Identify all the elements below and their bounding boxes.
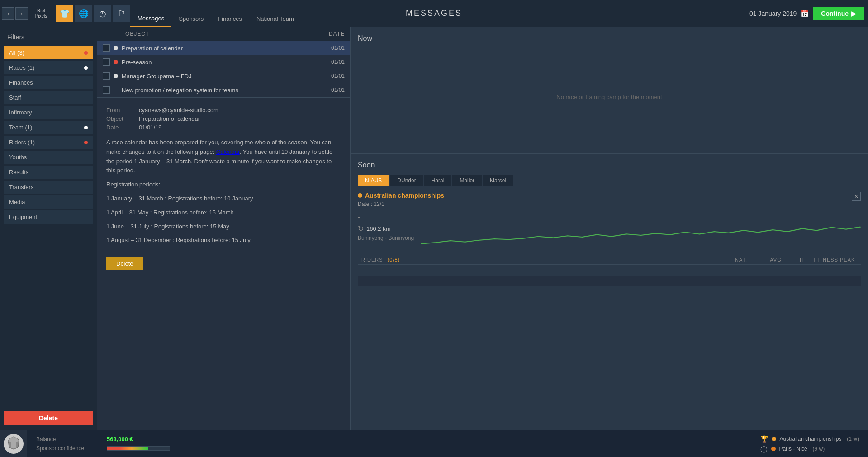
messages-header: OBJECT DATE <box>97 27 350 41</box>
race-route: Buninyong - Buninyong <box>358 235 414 241</box>
filter-results[interactable]: Results <box>4 166 93 179</box>
filter-infirmary[interactable]: Infirmary <box>4 106 93 119</box>
msg-checkbox[interactable] <box>103 72 110 80</box>
message-row[interactable]: Pre-season 01/01 <box>97 55 350 69</box>
no-race-message: No race or training camp for the moment <box>358 48 861 146</box>
from-value: cyanews@cyanide-studio.com <box>139 107 218 114</box>
filter-transfers[interactable]: Transfers <box>4 181 93 194</box>
race-tab-haral[interactable]: Haral <box>424 175 452 186</box>
tab-messages[interactable]: Messages <box>130 10 171 27</box>
detail-from-row: From cyanews@cyanide-studio.com <box>106 107 341 114</box>
message-detail: From cyanews@cyanide-studio.com Object P… <box>97 98 350 430</box>
continue-button[interactable]: Continue ▶ <box>813 7 864 20</box>
rider-row-empty-3 <box>358 286 861 297</box>
icon-buttons: 👕 🌐 ◷ ⚐ <box>56 5 130 22</box>
sidebar: Filters All (3) Races (1) Finances Staff… <box>0 27 97 430</box>
page-title: MESSAGES <box>406 9 462 18</box>
message-row[interactable]: Manager Groupama – FDJ 01/01 <box>97 69 350 83</box>
confidence-fill <box>107 447 148 450</box>
calendar-link[interactable]: Calendar <box>216 148 240 155</box>
filter-finances[interactable]: Finances <box>4 76 93 89</box>
riders-table: RIDERS (0/8) NAT. AVG FIT FITNESS PEAK <box>358 255 861 297</box>
filter-races[interactable]: Races (1) <box>4 61 93 74</box>
riders-col-fit: FIT <box>789 257 812 262</box>
race-tab-dunder[interactable]: DUnder <box>390 175 423 186</box>
globe-icon[interactable]: 🌐 <box>75 5 92 22</box>
riders-col-avg: AVG <box>762 257 789 262</box>
calendar-icon[interactable]: 📅 <box>800 9 809 18</box>
msg-date: 01/01 <box>318 87 345 93</box>
riders-col-fp: FITNESS PEAK <box>812 257 857 262</box>
confidence-row: Sponsor confidence <box>36 445 170 452</box>
team-logo <box>0 430 27 457</box>
filter-all-dot <box>84 51 88 55</box>
riders-table-header: RIDERS (0/8) NAT. AVG FIT FITNESS PEAK <box>358 255 861 265</box>
tab-sponsors[interactable]: Sponsors <box>171 10 211 27</box>
filter-team[interactable]: Team (1) <box>4 121 93 134</box>
race-tab-marsei[interactable]: Marsei <box>483 175 513 186</box>
filter-riders[interactable]: Riders (1) <box>4 136 93 149</box>
rider-row-empty-1 <box>358 265 861 276</box>
detail-delete-button[interactable]: Delete <box>106 257 143 270</box>
msg-subject: Preparation of calendar <box>122 45 318 52</box>
object-value: Preparation of calendar <box>139 115 200 122</box>
race-item-dot-1 <box>772 437 776 441</box>
sidebar-delete-button[interactable]: Delete <box>4 411 93 425</box>
race-tab-mallor[interactable]: Mallor <box>452 175 482 186</box>
filter-riders-dot <box>84 141 88 144</box>
msg-subject: New promotion / relegation system for te… <box>122 87 318 94</box>
filter-races-dot <box>84 66 88 70</box>
trophy-icon: 🏆 <box>760 435 768 443</box>
nav-back[interactable]: ‹ <box>2 7 14 20</box>
top-right-controls: 01 January 2019 📅 Continue ▶ <box>749 7 868 20</box>
nav-arrows: ‹ › <box>2 7 28 20</box>
team-logo-inner <box>4 434 24 454</box>
msg-checkbox[interactable] <box>103 86 110 94</box>
filter-team-dot <box>84 126 88 129</box>
logo: RiotPixels <box>30 2 52 25</box>
message-row[interactable]: Preparation of calendar 01/01 <box>97 41 350 55</box>
top-nav-tabs: Messages Sponsors Finances National Team <box>130 0 301 27</box>
filter-all[interactable]: All (3) <box>4 46 93 59</box>
date-display: 01 January 2019 <box>749 10 797 17</box>
right-panel: Now No race or training camp for the mom… <box>351 27 868 430</box>
clock-icon[interactable]: ◷ <box>94 5 111 22</box>
race-close-button[interactable]: × <box>852 192 861 201</box>
race-left-info: Australian championships Date : 12/1 <box>358 192 444 211</box>
map-icon[interactable]: ⚐ <box>113 5 130 22</box>
balance-label: Balance <box>36 436 100 443</box>
message-row[interactable]: New promotion / relegation system for te… <box>97 83 350 97</box>
now-section: Now No race or training camp for the mom… <box>351 27 868 154</box>
confidence-bar <box>107 446 170 451</box>
object-label: Object <box>106 115 133 122</box>
filter-staff[interactable]: Staff <box>4 91 93 104</box>
nav-forward[interactable]: › <box>15 7 28 20</box>
riders-col-nat: NAT. <box>735 257 762 262</box>
filter-equipment[interactable]: Equipment <box>4 210 93 224</box>
race-content: Australian championships Date : 12/1 × -… <box>358 192 861 423</box>
bottom-bar: Balance 563,000 € Sponsor confidence 🏆 A… <box>0 430 868 457</box>
msg-subject: Manager Groupama – FDJ <box>122 73 318 80</box>
race-tab-n-aus[interactable]: N-AUS <box>358 175 389 186</box>
top-bar: ‹ › RiotPixels 👕 🌐 ◷ ⚐ Messages Sponsors… <box>0 0 868 27</box>
race-name: Australian championships <box>358 192 444 199</box>
race-item-1: 🏆 Australian championships (1 w) <box>760 435 859 443</box>
now-title: Now <box>358 34 861 43</box>
detail-object-row: Object Preparation of calendar <box>106 115 341 122</box>
jersey-icon[interactable]: 👕 <box>56 5 73 22</box>
race-details-left: - ↻ 160.2 km Buninyong - Buninyong <box>358 214 414 241</box>
confidence-label: Sponsor confidence <box>36 445 100 452</box>
msg-checkbox[interactable] <box>103 58 110 66</box>
races-section: 🏆 Australian championships (1 w) ◯ Paris… <box>760 435 868 452</box>
msg-checkbox[interactable] <box>103 44 110 52</box>
race-separator: - <box>358 214 414 221</box>
msg-date: 01/01 <box>318 45 345 51</box>
msg-date: 01/01 <box>318 73 345 79</box>
filter-media[interactable]: Media <box>4 195 93 209</box>
detail-period-3: 1 June – 31 July : Registrations before:… <box>106 222 341 232</box>
tab-finances[interactable]: Finances <box>211 10 249 27</box>
filter-youths[interactable]: Youths <box>4 151 93 164</box>
race-distance-row: - ↻ 160.2 km Buninyong - Buninyong <box>358 214 861 250</box>
tab-national-team[interactable]: National Team <box>249 10 301 27</box>
circle-icon: ◯ <box>760 445 768 452</box>
